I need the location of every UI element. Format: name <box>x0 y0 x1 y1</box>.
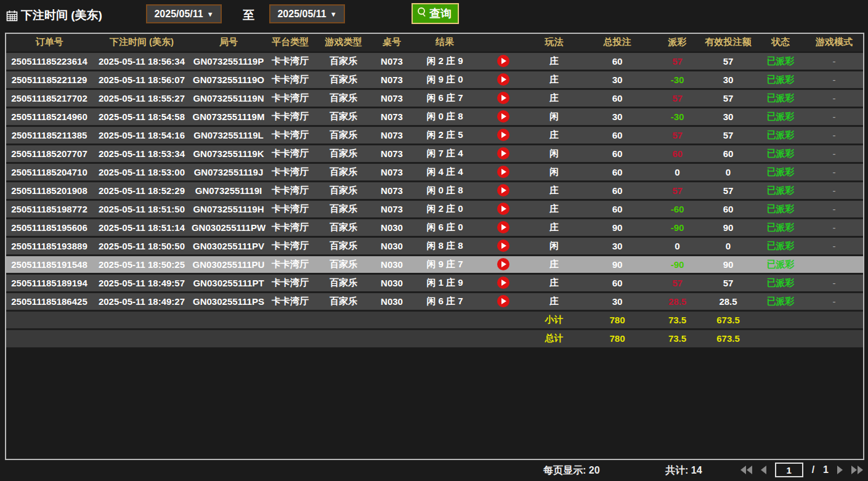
cell-status: 已派彩 <box>756 107 805 126</box>
table-row[interactable]: 250511185217702 2025-05-11 18:55:27 GN07… <box>6 89 863 107</box>
play-video-icon[interactable] <box>497 221 509 233</box>
cell-table-no: N030 <box>373 255 411 273</box>
table-row[interactable]: 250511185186425 2025-05-11 18:49:27 GN03… <box>6 292 863 310</box>
cell-result: 闲 9 庄 0 <box>411 70 479 89</box>
cell-payout: 57 <box>654 89 700 107</box>
prev-page-button[interactable] <box>761 466 766 474</box>
table-row[interactable]: 250511185204710 2025-05-11 18:53:00 GN07… <box>6 163 863 181</box>
cell-payout: 0 <box>654 163 700 181</box>
header-platform: 平台类型 <box>266 34 314 52</box>
play-video-icon[interactable] <box>497 129 509 141</box>
page-number-input[interactable] <box>775 463 803 477</box>
table-row[interactable]: 250511185207707 2025-05-11 18:53:34 GN07… <box>6 144 863 163</box>
cell-order-id: 250511185214960 <box>6 107 92 126</box>
play-video-icon[interactable] <box>497 203 509 215</box>
cell-result: 闲 7 庄 4 <box>411 144 479 163</box>
chevron-down-icon: ▼ <box>330 10 337 18</box>
play-video-icon[interactable] <box>497 277 509 289</box>
cell-game-type: 百家乐 <box>314 107 373 126</box>
cell-game-type: 百家乐 <box>314 236 373 255</box>
table-row[interactable]: 250511185198772 2025-05-11 18:51:50 GN07… <box>6 200 863 218</box>
cell-bet-time: 2025-05-11 18:54:58 <box>92 107 191 126</box>
cell-bet-time: 2025-05-11 18:50:50 <box>92 236 191 255</box>
cell-platform: 卡卡湾厅 <box>266 273 314 292</box>
header-video <box>479 34 528 52</box>
cell-bet-time: 2025-05-11 18:53:00 <box>92 163 191 181</box>
cell-video <box>479 292 528 310</box>
play-video-icon[interactable] <box>497 73 509 86</box>
cell-round-id: GN0732551119J <box>191 163 266 181</box>
cell-platform: 卡卡湾厅 <box>266 70 314 89</box>
cell-platform: 卡卡湾厅 <box>266 236 314 255</box>
cell-status: 已派彩 <box>756 273 805 292</box>
cell-platform: 卡卡湾厅 <box>266 200 314 218</box>
cell-round-id: GN0732551119M <box>191 107 266 126</box>
cell-video <box>479 200 528 218</box>
cell-total-bet: 60 <box>580 273 654 292</box>
table-row[interactable]: 250511185189194 2025-05-11 18:49:57 GN03… <box>6 273 863 292</box>
play-video-icon[interactable] <box>497 55 509 67</box>
play-video-icon[interactable] <box>497 295 509 307</box>
cell-platform: 卡卡湾厅 <box>266 126 314 144</box>
cell-total-bet: 30 <box>580 236 654 255</box>
cell-platform: 卡卡湾厅 <box>266 107 314 126</box>
play-video-icon[interactable] <box>497 147 509 160</box>
cell-play-type: 庄 <box>528 52 580 70</box>
cell-total-bet: 30 <box>580 70 654 89</box>
table-row[interactable]: 250511185195606 2025-05-11 18:51:14 GN03… <box>6 218 863 236</box>
cell-status: 已派彩 <box>756 126 805 144</box>
table-row[interactable]: 250511185201908 2025-05-11 18:52:29 GN07… <box>6 181 863 200</box>
cell-game-type: 百家乐 <box>314 292 373 310</box>
cell-round-id: GN0732551119H <box>191 200 266 218</box>
cell-video <box>479 163 528 181</box>
cell-platform: 卡卡湾厅 <box>266 181 314 200</box>
table-row[interactable]: 250511185223614 2025-05-11 18:56:34 GN07… <box>6 52 863 70</box>
table-row[interactable]: 250511185193889 2025-05-11 18:50:50 GN03… <box>6 236 863 255</box>
cell-table-no: N073 <box>373 70 411 89</box>
cell-game-type: 百家乐 <box>314 89 373 107</box>
cell-round-id: GN030255111PT <box>191 273 266 292</box>
last-page-button[interactable] <box>851 466 863 474</box>
cell-result: 闲 2 庄 9 <box>411 52 479 70</box>
cell-game-mode: - <box>805 200 863 218</box>
cell-bet-time: 2025-05-11 18:54:16 <box>92 126 191 144</box>
table-row[interactable]: 250511185214960 2025-05-11 18:54:58 GN07… <box>6 107 863 126</box>
next-page-button[interactable] <box>837 466 843 474</box>
cell-result: 闲 2 庄 5 <box>411 126 479 144</box>
table-row[interactable]: 250511185221129 2025-05-11 18:56:07 GN07… <box>6 70 863 89</box>
play-video-icon[interactable] <box>497 258 509 270</box>
date-from-select[interactable]: 2025/05/11 ▼ <box>146 4 222 23</box>
cell-total-bet: 60 <box>580 181 654 200</box>
cell-platform: 卡卡湾厅 <box>266 218 314 236</box>
cell-bet-time: 2025-05-11 18:55:27 <box>92 89 191 107</box>
play-video-icon[interactable] <box>497 92 509 104</box>
play-video-icon[interactable] <box>497 110 509 123</box>
record-count-label: 共计: 14 <box>665 464 702 477</box>
cell-video <box>479 218 528 236</box>
summary-total-bet: 780 <box>580 310 654 329</box>
first-page-button[interactable] <box>740 466 752 474</box>
cell-bet-time: 2025-05-11 18:56:34 <box>92 52 191 70</box>
cell-result: 闲 4 庄 4 <box>411 163 479 181</box>
summary-label: 总计 <box>528 329 580 347</box>
play-video-icon[interactable] <box>497 166 509 178</box>
cell-video <box>479 107 528 126</box>
table-row[interactable]: 250511185191548 2025-05-11 18:50:25 GN03… <box>6 255 863 273</box>
cell-valid-bet: 28.5 <box>700 292 756 310</box>
query-button[interactable]: 查询 <box>412 3 459 24</box>
cell-status: 已派彩 <box>756 255 805 273</box>
cell-total-bet: 60 <box>580 200 654 218</box>
table-row[interactable]: 250511185211385 2025-05-11 18:54:16 GN07… <box>6 126 863 144</box>
play-video-icon[interactable] <box>497 240 509 252</box>
cell-platform: 卡卡湾厅 <box>266 89 314 107</box>
cell-game-type: 百家乐 <box>314 255 373 273</box>
cell-payout: -60 <box>654 200 700 218</box>
cell-total-bet: 90 <box>580 255 654 273</box>
summary-payout: 73.5 <box>654 329 700 347</box>
date-to-select[interactable]: 2025/05/11 ▼ <box>269 4 345 23</box>
chevron-down-icon: ▼ <box>207 10 214 18</box>
cell-valid-bet: 30 <box>700 107 756 126</box>
cell-result: 闲 8 庄 8 <box>411 236 479 255</box>
cell-status: 已派彩 <box>756 52 805 70</box>
play-video-icon[interactable] <box>497 184 509 196</box>
